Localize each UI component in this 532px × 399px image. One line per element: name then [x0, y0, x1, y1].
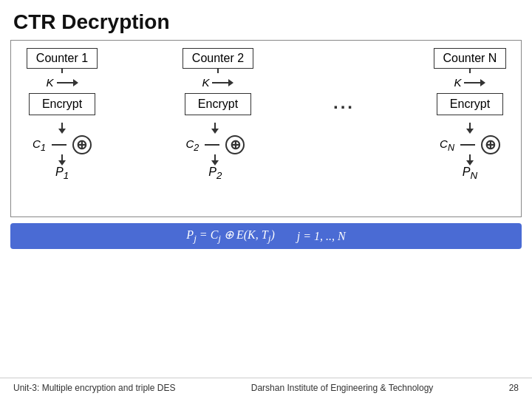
counter-1-box: Counter 1	[27, 48, 98, 69]
bottom-col-n: CN PN	[429, 123, 511, 181]
page-title: CTR Decryption	[0, 0, 532, 40]
block-2: Counter 2 K Encrypt	[177, 48, 259, 115]
p1-label: P1	[55, 166, 69, 181]
xor-2	[225, 135, 245, 154]
p2-label: P2	[208, 166, 222, 181]
formula-condition: j = 1, .., N	[297, 230, 346, 243]
footer-center: Darshan Institute of Engineering & Techn…	[251, 383, 434, 393]
encrypt-2-box: Encrypt	[185, 93, 251, 115]
bottom-col-1: C1 P1	[21, 123, 103, 181]
footer-left: Unit-3: Multiple encryption and triple D…	[13, 383, 175, 393]
block-n: Counter N K Encrypt	[429, 48, 511, 115]
dots-separator: ...	[333, 92, 355, 113]
cn-label: CN	[440, 137, 454, 153]
bottom-col-2: C2 P2	[174, 123, 256, 181]
pn-label: PN	[463, 166, 477, 181]
encrypt-1-box: Encrypt	[29, 93, 95, 115]
counter-n-box: Counter N	[434, 48, 507, 69]
formula-equation: Pj = Cj ⊕ E(K, Tj)	[186, 228, 274, 245]
footer-right: 28	[509, 383, 519, 393]
k-label-1: K	[46, 76, 53, 89]
xor-1	[72, 135, 92, 154]
encrypt-n-box: Encrypt	[437, 93, 503, 115]
counter-2-box: Counter 2	[183, 48, 253, 69]
formula-row: Pj = Cj ⊕ E(K, Tj) j = 1, .., N	[10, 223, 522, 249]
footer: Unit-3: Multiple encryption and triple D…	[0, 378, 532, 393]
diagram-area: Counter 1 K Encrypt Counter 2 K Encrypt	[10, 40, 522, 217]
k-label-2: K	[202, 76, 209, 89]
xor-n	[481, 135, 500, 154]
c2-label: C2	[185, 137, 199, 153]
c1-label: C1	[33, 137, 46, 153]
k-label-n: K	[454, 76, 461, 89]
block-1: Counter 1 K Encrypt	[21, 48, 103, 115]
